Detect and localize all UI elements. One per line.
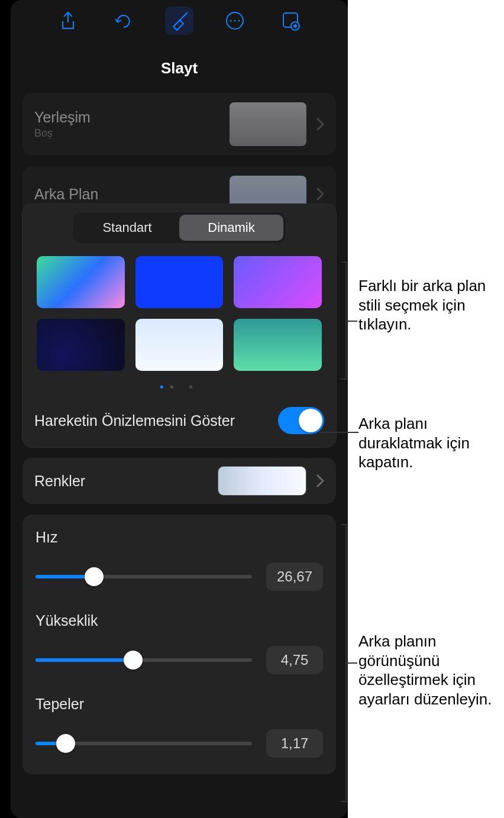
colors-title: Renkler (34, 473, 218, 490)
callout-line-adjust (347, 662, 357, 664)
background-popover: Standart Dinamik •• • Hareketin Önizleme… (22, 204, 336, 447)
page-title: Slayt (11, 41, 348, 93)
format-button[interactable] (165, 7, 193, 35)
slider-speed-title: Hız (35, 529, 323, 546)
more-button[interactable] (221, 7, 249, 35)
background-swatches (33, 256, 325, 371)
colors-section: Renkler (22, 458, 336, 504)
chevron-right-icon (316, 187, 324, 201)
sliders-section: Hız 26,67 Yükseklik 4,75 (22, 515, 336, 774)
undo-icon (114, 12, 134, 30)
slider-height: Yükseklik 4,75 (35, 612, 323, 674)
layout-section: Yerleşim Boş (22, 93, 336, 156)
slider-speed-track[interactable] (35, 575, 252, 578)
callout-line-pause (319, 432, 358, 433)
ellipsis-circle-icon (225, 11, 245, 31)
segment-dynamic[interactable]: Dinamik (179, 215, 283, 241)
layout-title: Yerleşim (34, 109, 230, 126)
chevron-right-icon (316, 117, 324, 131)
motion-preview-row: Hareketin Önizlemesini Göster (33, 405, 325, 434)
background-swatch-6[interactable] (234, 319, 322, 371)
svg-point-6 (293, 24, 297, 28)
slider-peaks-thumb[interactable] (56, 734, 75, 753)
background-title: Arka Plan (34, 186, 230, 203)
motion-preview-switch[interactable] (278, 407, 324, 434)
slider-peaks-track[interactable] (35, 742, 252, 745)
layout-row[interactable]: Yerleşim Boş (22, 93, 336, 156)
svg-point-1 (230, 20, 232, 22)
background-swatch-2[interactable] (135, 256, 224, 308)
chevron-right-icon (316, 474, 324, 488)
callout-styles: Farklı bir arka plan stili seçmek için t… (358, 276, 504, 334)
background-swatch-3[interactable] (234, 256, 322, 308)
slider-height-title: Yükseklik (35, 612, 323, 629)
background-popover-layer: Standart Dinamik •• • Hareketin Önizleme… (11, 204, 348, 774)
layout-subtitle: Boş (34, 127, 230, 140)
callout-adjust: Arka planın görünüşünü özelleştirmek içi… (358, 632, 504, 709)
callout-pause: Arka planı duraklatmak için kapatın. (358, 414, 504, 472)
undo-button[interactable] (109, 7, 138, 35)
svg-point-2 (234, 20, 236, 22)
slider-peaks-value[interactable]: 1,17 (266, 729, 323, 758)
page-dots: •• • (33, 380, 325, 394)
callout-line-styles (347, 321, 357, 322)
background-type-segmented: Standart Dinamik (73, 212, 286, 243)
colors-row[interactable]: Renkler (22, 458, 336, 504)
callout-bracket-adjust (341, 524, 347, 802)
layout-thumbnail (230, 102, 306, 146)
background-swatch-1[interactable] (37, 256, 125, 308)
svg-point-3 (238, 20, 240, 22)
inspector-toolbar (11, 0, 348, 41)
share-icon (59, 11, 77, 31)
present-button[interactable] (276, 7, 305, 35)
slider-height-track[interactable] (35, 658, 252, 662)
inspector-panel: Slayt Yerleşim Boş Arka Plan Standart Di… (11, 0, 348, 818)
slider-peaks: Tepeler 1,17 (35, 696, 323, 758)
share-button[interactable] (54, 7, 82, 35)
format-brush-icon (169, 11, 189, 31)
slider-speed-thumb[interactable] (85, 567, 104, 586)
background-swatch-5[interactable] (135, 319, 224, 371)
slider-height-value[interactable]: 4,75 (266, 646, 323, 674)
callout-bracket-styles (341, 261, 347, 380)
present-icon (281, 11, 300, 31)
slider-height-thumb[interactable] (124, 651, 143, 670)
slider-speed-value[interactable]: 26,67 (266, 562, 323, 591)
motion-preview-label: Hareketin Önizlemesini Göster (34, 412, 278, 429)
slider-speed: Hız 26,67 (35, 529, 323, 591)
slider-peaks-title: Tepeler (35, 696, 323, 713)
colors-swatch (218, 466, 306, 496)
background-swatch-4[interactable] (37, 319, 125, 371)
segment-standard[interactable]: Standart (75, 215, 179, 241)
switch-knob (299, 409, 322, 432)
